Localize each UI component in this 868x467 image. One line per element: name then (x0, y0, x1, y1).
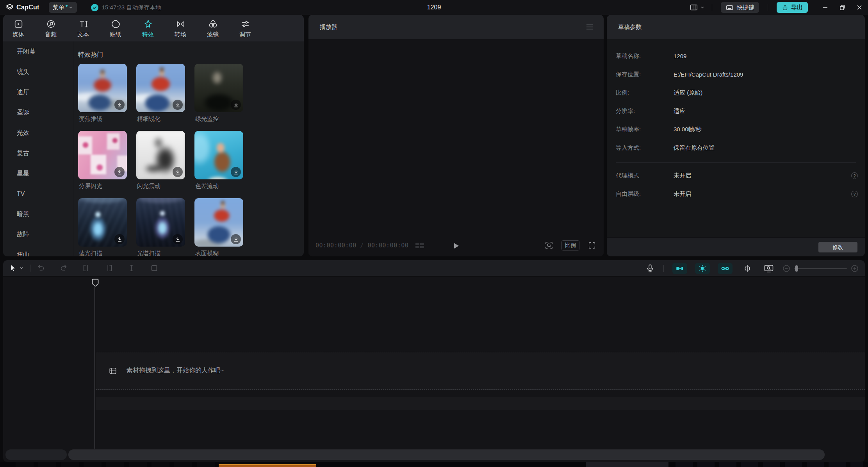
fullscreen-icon[interactable] (588, 242, 596, 249)
info-icon[interactable]: ? (851, 172, 858, 179)
zoom-in-icon[interactable] (850, 264, 859, 273)
check-circle-icon (91, 4, 98, 11)
mirror-split-icon[interactable] (743, 264, 752, 273)
effect-card[interactable]: 闪光震动 (136, 131, 185, 198)
row-value: 1209 (674, 53, 686, 59)
minimize-button[interactable] (816, 0, 834, 15)
taskbar-orange-segment (219, 464, 316, 467)
effect-name: 精细锐化 (137, 115, 185, 123)
playhead[interactable] (92, 279, 99, 288)
menu-button[interactable]: 菜单 (49, 2, 77, 13)
track-header-scrollbar[interactable] (5, 449, 67, 460)
category-opening-closing[interactable]: 开闭幕 (3, 41, 73, 62)
category-camera[interactable]: 镜头 (3, 62, 73, 82)
zoom-fit-icon[interactable] (545, 242, 553, 249)
tab-audio[interactable]: 音频 (38, 15, 64, 41)
close-button[interactable] (851, 0, 868, 15)
slider-handle[interactable] (795, 265, 798, 272)
keyboard-icon (725, 4, 734, 12)
capcut-logo-icon (5, 3, 14, 12)
effect-category-list: 开闭幕 镜头 迪厅 圣诞 光效 复古 星星 TV 暗黑 故障 扭曲 (3, 41, 73, 256)
restore-button[interactable] (834, 0, 851, 15)
export-button[interactable]: 导出 (777, 2, 808, 13)
tab-sticker[interactable]: 贴纸 (103, 15, 128, 41)
category-glitch[interactable]: 故障 (3, 224, 73, 245)
timeline-zoom-slider[interactable] (794, 265, 847, 272)
effect-card[interactable]: 光谱扫描 (136, 198, 185, 256)
download-icon (231, 167, 241, 177)
tab-transition[interactable]: 转场 (168, 15, 193, 41)
shortcut-keys-button[interactable]: 快捷键 (721, 2, 759, 13)
category-retro[interactable]: 复古 (3, 143, 73, 163)
delete-icon[interactable] (150, 264, 159, 272)
category-christmas[interactable]: 圣诞 (3, 102, 73, 123)
download-icon (231, 234, 241, 244)
preview-quality-icon[interactable] (764, 264, 774, 273)
effect-card[interactable]: 变焦推镜 (78, 64, 127, 131)
time-current: 00:00:00:00 (315, 242, 356, 249)
category-tv[interactable]: TV (3, 184, 73, 204)
divider (663, 265, 664, 272)
dual-view-icon[interactable] (415, 242, 425, 249)
tab-effects[interactable]: 特效 (135, 15, 161, 41)
player-menu-icon[interactable] (586, 24, 593, 30)
sticker-icon (111, 19, 121, 29)
category-stars[interactable]: 星星 (3, 163, 73, 184)
select-tool-icon[interactable] (9, 264, 17, 272)
media-icon (14, 19, 23, 29)
row-value: 30.00帧/秒 (674, 126, 702, 133)
effect-card[interactable]: 分屏闪光 (78, 131, 127, 198)
row-label: 保存位置: (616, 71, 674, 78)
draft-params-panel: 草稿参数 草稿名称:1209 保存位置:E:/EFI/CapCut Drafts… (607, 15, 865, 256)
effect-name: 表面模糊 (195, 250, 243, 256)
ratio-button[interactable]: 比例 (561, 240, 579, 250)
split-icon[interactable] (127, 264, 136, 272)
draft-row-freelayer: 自由层级:未开启? (616, 185, 865, 203)
horizontal-scrollbar[interactable] (68, 449, 825, 460)
tab-label: 调节 (239, 31, 251, 38)
timeline-body[interactable]: 素材拖拽到这里，开始你的大作吧~ (3, 277, 865, 462)
time-total: 00:00:00:00 (367, 242, 408, 249)
tab-media[interactable]: 媒体 (5, 15, 31, 41)
shortcut-keys-label: 快捷键 (737, 4, 754, 11)
effect-card[interactable]: 表面模糊 (194, 198, 243, 256)
download-icon (114, 100, 125, 110)
draft-footer: 修改 (607, 237, 865, 256)
info-icon[interactable]: ? (851, 191, 858, 197)
layout-switch-button[interactable] (690, 3, 705, 12)
link-button[interactable] (718, 263, 733, 274)
chevron-down-icon[interactable] (19, 266, 24, 270)
category-distort[interactable]: 扭曲 (3, 245, 73, 256)
redo-icon[interactable] (59, 264, 68, 272)
download-icon (231, 100, 241, 110)
effect-card[interactable]: 精细锐化 (136, 64, 185, 131)
category-light[interactable]: 光效 (3, 123, 73, 143)
category-disco[interactable]: 迪厅 (3, 82, 73, 102)
effect-thumbnail (78, 198, 127, 247)
split-left-icon[interactable] (82, 264, 91, 272)
timeline-drop-zone[interactable]: 素材拖拽到这里，开始你的大作吧~ (96, 352, 865, 390)
tab-text[interactable]: 文本 (70, 15, 96, 41)
player-viewport[interactable] (308, 39, 604, 234)
effect-card[interactable]: 色差流动 (194, 131, 243, 198)
tab-filter[interactable]: 滤镜 (200, 15, 226, 41)
zoom-out-icon[interactable] (782, 264, 791, 273)
download-icon (173, 167, 183, 177)
record-audio-icon[interactable] (645, 264, 655, 273)
effect-card[interactable]: 蓝光扫描 (78, 198, 127, 256)
filter-icon (208, 19, 218, 29)
row-value: 未开启 (674, 172, 691, 179)
undo-icon[interactable] (37, 264, 45, 272)
autosave-status: 15:47:23 自动保存本地 (91, 4, 162, 11)
category-dark[interactable]: 暗黑 (3, 204, 73, 224)
effects-icon (143, 19, 153, 29)
tab-adjust[interactable]: 调节 (232, 15, 258, 41)
modify-button[interactable]: 修改 (818, 242, 857, 252)
auto-snap-button[interactable] (695, 263, 710, 274)
effect-card[interactable]: 绿光监控 (194, 64, 243, 131)
main-track-magnet-button[interactable] (672, 263, 687, 274)
player-panel: 播放器 00:00:00:00 / 00:00:00:00 比例 (308, 15, 604, 256)
chevron-down-icon (68, 5, 73, 10)
split-right-icon[interactable] (105, 264, 113, 272)
play-button[interactable] (452, 242, 460, 250)
